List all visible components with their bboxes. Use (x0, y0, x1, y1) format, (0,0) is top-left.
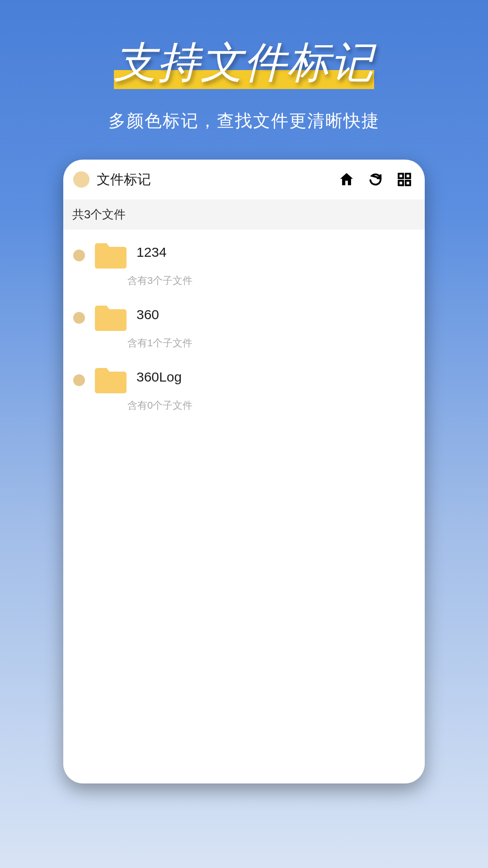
svg-rect-0 (399, 174, 403, 178)
app-title: 文件标记 (97, 170, 332, 189)
hero-subtitle: 多颜色标记，查找文件更清晰快捷 (108, 109, 380, 132)
folder-icon (94, 304, 127, 332)
file-subcount: 含有1个子文件 (63, 336, 425, 350)
svg-rect-2 (399, 181, 403, 185)
color-tag-dot (73, 312, 85, 324)
folder-icon (94, 366, 127, 394)
list-item[interactable]: 360Log (63, 354, 425, 394)
file-name: 1234 (136, 245, 167, 260)
list-item[interactable]: 1234 (63, 230, 425, 269)
file-subcount: 含有0个子文件 (63, 399, 425, 412)
file-name: 360Log (136, 369, 182, 385)
hero-title: 支持文件标记 (114, 34, 374, 91)
folder-icon (94, 241, 127, 269)
file-text: 360 (136, 313, 159, 322)
file-text: 360Log (136, 376, 182, 385)
file-count-summary: 共3个文件 (63, 199, 425, 230)
app-window: 文件标记 共3个文件 1234 含有3个子文件 (63, 160, 425, 783)
hero-title-wrap: 支持文件标记 (114, 34, 374, 91)
file-text: 1234 (136, 251, 167, 260)
header-color-dot[interactable] (73, 171, 89, 188)
file-name: 360 (136, 307, 159, 322)
svg-rect-1 (406, 174, 410, 178)
svg-rect-3 (406, 181, 410, 185)
file-list: 1234 含有3个子文件 360 含有1个子文件 360Log 含有0个子文件 (63, 230, 425, 783)
grid-view-icon[interactable] (397, 172, 412, 187)
refresh-icon[interactable] (368, 172, 383, 187)
header-icons (339, 172, 412, 187)
color-tag-dot (73, 250, 85, 261)
list-item[interactable]: 360 (63, 292, 425, 332)
file-subcount: 含有3个子文件 (63, 274, 425, 288)
color-tag-dot (73, 374, 85, 386)
home-icon[interactable] (339, 172, 354, 187)
app-header: 文件标记 (63, 160, 425, 199)
